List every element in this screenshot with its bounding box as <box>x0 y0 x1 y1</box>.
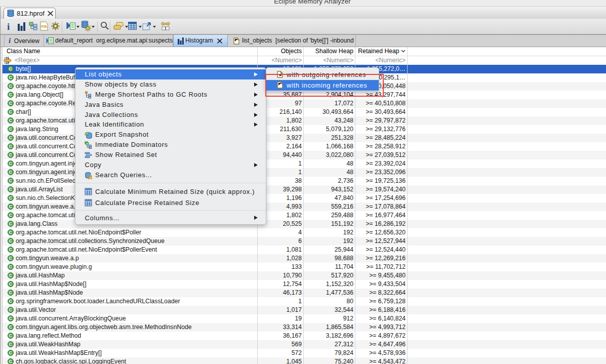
svg-text:OQL: OQL <box>41 25 48 28</box>
